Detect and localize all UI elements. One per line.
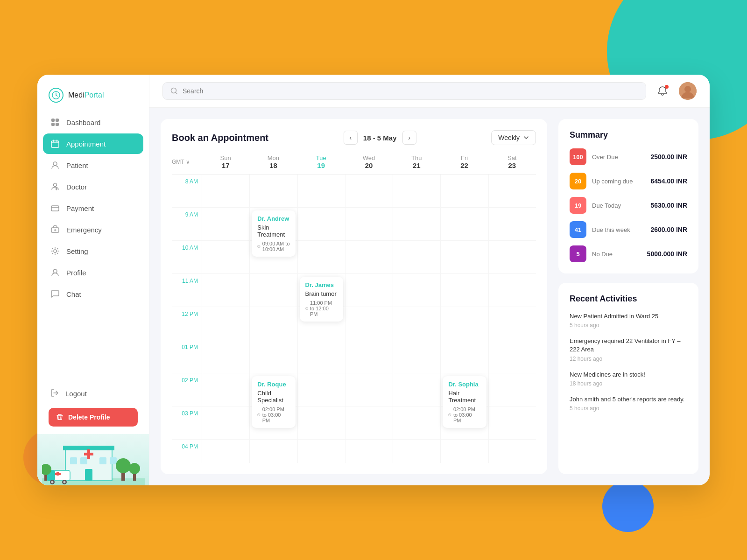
time-label-4pm: 04 PM — [172, 440, 202, 463]
appointment-dr-sophia[interactable]: Dr. Sophia Hair Treatment 02:00 PM to 03… — [443, 376, 486, 428]
time-row-10am: 10 AM — [172, 241, 536, 274]
cell-wed-3pm[interactable] — [345, 406, 393, 439]
cell-mon-9am[interactable]: Dr. Andrew Skin Treatment 09:00 AM to 10… — [249, 208, 297, 240]
cell-wed-1pm[interactable] — [345, 340, 393, 373]
cell-sat-3pm[interactable] — [488, 406, 536, 439]
nodue-label: No Due — [592, 251, 613, 258]
cell-wed-8am[interactable] — [345, 175, 393, 207]
cell-thu-4pm[interactable] — [393, 440, 440, 463]
cell-sun-2pm[interactable] — [202, 373, 249, 406]
sidebar-item-dashboard[interactable]: Dashboard — [43, 112, 143, 133]
notification-button[interactable] — [654, 82, 671, 100]
day-header-wed: Wed 20 — [345, 154, 393, 169]
cell-fri-9am[interactable] — [440, 208, 488, 240]
sidebar-item-doctor[interactable]: Doctor — [43, 176, 143, 197]
time-row-12pm: 12 PM — [172, 307, 536, 340]
cell-sun-1pm[interactable] — [202, 340, 249, 373]
cell-sat-11am[interactable] — [488, 274, 536, 307]
overdue-label: Over Due — [592, 154, 618, 161]
cell-tue-11am[interactable]: Dr. James Brain tumor 11:00 PM to 12:00 … — [297, 274, 345, 307]
cell-tue-3pm[interactable] — [297, 406, 345, 439]
logout-button[interactable]: Logout — [43, 383, 143, 404]
cell-tue-9am[interactable] — [297, 208, 345, 240]
cell-mon-1pm[interactable] — [249, 340, 297, 373]
cell-mon-4pm[interactable] — [249, 440, 297, 463]
search-input[interactable] — [183, 87, 638, 95]
cell-fri-11am[interactable] — [440, 274, 488, 307]
cell-fri-2pm[interactable]: Dr. Sophia Hair Treatment 02:00 PM to 03… — [440, 373, 488, 406]
header-icons — [654, 82, 697, 100]
cell-wed-4pm[interactable] — [345, 440, 393, 463]
cell-sat-9am[interactable] — [488, 208, 536, 240]
cell-sun-8am[interactable] — [202, 175, 249, 207]
appointment-dr-roque[interactable]: Dr. Roque Child Specialist 02:00 PM to 0… — [252, 376, 295, 428]
upcoming-amount: 6454.00 INR — [650, 177, 687, 185]
cell-tue-4pm[interactable] — [297, 440, 345, 463]
cell-sat-2pm[interactable] — [488, 373, 536, 406]
cell-thu-12pm[interactable] — [393, 307, 440, 340]
delete-profile-button[interactable]: Delete Profile — [49, 408, 138, 427]
cell-thu-2pm[interactable] — [393, 373, 440, 406]
svg-rect-16 — [87, 449, 90, 459]
activity-item-3: New Medicines are in stock! 18 hours ago — [570, 371, 687, 387]
profile-icon — [50, 268, 60, 277]
user-avatar[interactable] — [679, 82, 697, 100]
cell-thu-9am[interactable] — [393, 208, 440, 240]
activity-item-1: New Patient Admitted in Ward 25 5 hours … — [570, 312, 687, 329]
cell-thu-8am[interactable] — [393, 175, 440, 207]
cell-mon-11am[interactable] — [249, 274, 297, 307]
appointment-dr-james[interactable]: Dr. James Brain tumor 11:00 PM to 12:00 … — [300, 277, 343, 322]
cell-wed-9am[interactable] — [345, 208, 393, 240]
cell-sun-3pm[interactable] — [202, 406, 249, 439]
overdue-badge: 100 — [570, 148, 586, 165]
cell-sun-9am[interactable] — [202, 208, 249, 240]
cell-fri-8am[interactable] — [440, 175, 488, 207]
cell-thu-3pm[interactable] — [393, 406, 440, 439]
search-bar[interactable] — [162, 82, 646, 100]
appointment-dr-andrew[interactable]: Dr. Andrew Skin Treatment 09:00 AM to 10… — [252, 210, 295, 257]
cell-sun-11am[interactable] — [202, 274, 249, 307]
view-select[interactable]: Weekly — [491, 130, 536, 145]
next-date-button[interactable]: › — [402, 131, 416, 145]
week-badge: 41 — [570, 221, 586, 238]
sidebar-item-patient[interactable]: Patient — [43, 155, 143, 175]
activity-text-2: Emergency required 22 Ventilator in FY –… — [570, 337, 687, 354]
cell-tue-1pm[interactable] — [297, 340, 345, 373]
svg-point-27 — [63, 481, 65, 483]
cell-thu-11am[interactable] — [393, 274, 440, 307]
cell-fri-12pm[interactable] — [440, 307, 488, 340]
cell-mon-12pm[interactable] — [249, 307, 297, 340]
sidebar-item-profile[interactable]: Profile — [43, 262, 143, 283]
cell-mon-2pm[interactable]: Dr. Roque Child Specialist 02:00 PM to 0… — [249, 373, 297, 406]
cell-tue-2pm[interactable] — [297, 373, 345, 406]
sidebar-item-payment[interactable]: Payment — [43, 198, 143, 218]
sidebar-item-setting[interactable]: Setting — [43, 241, 143, 261]
cell-sat-10am[interactable] — [488, 241, 536, 273]
cell-sun-10am[interactable] — [202, 241, 249, 273]
cell-sat-4pm[interactable] — [488, 440, 536, 463]
prev-date-button[interactable]: ‹ — [344, 131, 358, 145]
cell-sat-1pm[interactable] — [488, 340, 536, 373]
cell-mon-8am[interactable] — [249, 175, 297, 207]
sidebar-item-appointment[interactable]: Appointment — [43, 133, 143, 154]
cell-wed-10am[interactable] — [345, 241, 393, 273]
cell-tue-10am[interactable] — [297, 241, 345, 273]
cell-fri-4pm[interactable] — [440, 440, 488, 463]
cell-tue-8am[interactable] — [297, 175, 345, 207]
cell-sat-12pm[interactable] — [488, 307, 536, 340]
cell-wed-2pm[interactable] — [345, 373, 393, 406]
time-label-2pm: 02 PM — [172, 373, 202, 406]
sidebar: MediPortal Dashboard Appointment Pat — [37, 75, 149, 485]
cell-wed-12pm[interactable] — [345, 307, 393, 340]
sidebar-item-emergency[interactable]: Emergency — [43, 219, 143, 240]
cell-fri-10am[interactable] — [440, 241, 488, 273]
cell-sat-8am[interactable] — [488, 175, 536, 207]
cell-thu-10am[interactable] — [393, 241, 440, 273]
apt-type: Skin Treatment — [257, 224, 289, 238]
cell-fri-1pm[interactable] — [440, 340, 488, 373]
cell-sun-4pm[interactable] — [202, 440, 249, 463]
cell-thu-1pm[interactable] — [393, 340, 440, 373]
sidebar-item-chat[interactable]: Chat — [43, 284, 143, 304]
cell-wed-11am[interactable] — [345, 274, 393, 307]
cell-sun-12pm[interactable] — [202, 307, 249, 340]
